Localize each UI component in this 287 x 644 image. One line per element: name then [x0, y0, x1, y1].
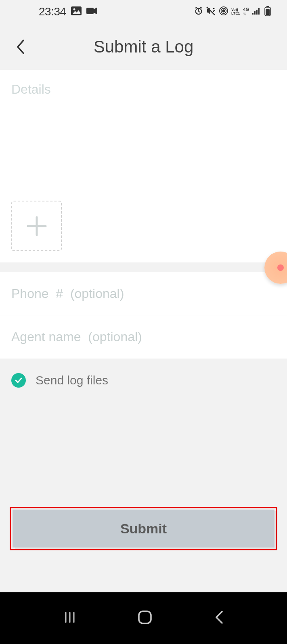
- submit-area: Submit: [10, 507, 277, 550]
- status-bar: 23:34 Vo))LTE1 4G⇅: [0, 0, 287, 23]
- agent-row: [0, 315, 287, 359]
- agent-name-input[interactable]: [11, 329, 276, 344]
- signal-icon: [252, 7, 261, 16]
- details-textarea[interactable]: [11, 82, 276, 195]
- home-icon: [137, 610, 153, 625]
- chevron-left-icon: [15, 39, 25, 55]
- send-logs-checkbox[interactable]: [11, 373, 26, 388]
- alarm-icon: [194, 6, 203, 17]
- recents-icon: [63, 610, 77, 625]
- svg-rect-14: [266, 9, 270, 15]
- volte-icon: Vo))LTE1: [231, 8, 240, 15]
- svg-rect-10: [256, 10, 258, 15]
- section-details: [0, 70, 287, 262]
- nav-back-button[interactable]: [213, 610, 224, 626]
- svg-rect-2: [86, 8, 94, 14]
- hotspot-icon: [219, 6, 228, 17]
- android-nav-bar: [0, 592, 287, 644]
- submit-button[interactable]: Submit: [13, 510, 274, 548]
- battery-icon: [264, 6, 271, 17]
- svg-rect-11: [258, 8, 260, 15]
- check-icon: [15, 377, 23, 384]
- status-left-group: 23:34: [39, 5, 98, 18]
- record-dot-icon: [277, 264, 284, 271]
- status-right-group: Vo))LTE1 4G⇅: [194, 6, 271, 17]
- back-button[interactable]: [12, 39, 28, 55]
- svg-point-1: [73, 8, 75, 10]
- svg-point-5: [222, 10, 225, 12]
- send-logs-label: Send log files: [36, 373, 108, 387]
- network-4g-icon: 4G⇅: [243, 7, 249, 16]
- video-icon: [86, 7, 98, 17]
- section-inputs: [0, 272, 287, 359]
- phone-row: [0, 272, 287, 315]
- home-button[interactable]: [137, 610, 153, 627]
- svg-rect-9: [254, 11, 256, 15]
- svg-rect-20: [139, 611, 151, 623]
- header: Submit a Log: [0, 23, 287, 70]
- page-title: Submit a Log: [0, 37, 287, 57]
- add-attachment-button[interactable]: [11, 201, 62, 251]
- gallery-icon: [71, 6, 82, 17]
- plus-icon: [25, 215, 48, 237]
- mute-vibrate-icon: [206, 6, 216, 17]
- nav-back-icon: [213, 610, 224, 625]
- recents-button[interactable]: [63, 610, 77, 626]
- phone-input[interactable]: [11, 286, 276, 301]
- submit-highlight-box: Submit: [10, 507, 277, 550]
- status-time: 23:34: [39, 5, 66, 18]
- section-divider: [0, 262, 287, 272]
- send-logs-row[interactable]: Send log files: [0, 359, 287, 402]
- svg-rect-8: [252, 13, 253, 15]
